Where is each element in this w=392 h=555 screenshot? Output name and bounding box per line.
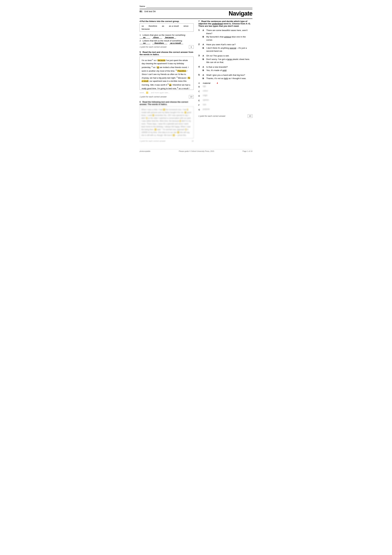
qa-4a-text: Is that a new bracelet? xyxy=(206,66,228,69)
qa-2b-letter: B xyxy=(202,46,205,53)
section-6-passage: When I was a child, I had 10 the homewor… xyxy=(140,106,194,139)
qa-4a-letter: A xyxy=(202,66,205,69)
section-7-points-label: 1 point for each correct answer xyxy=(198,115,226,117)
q7-item-4: 4 A Is that a new bracelet? B Yes, it's … xyxy=(198,66,252,72)
footer: photocopiable Please guide © Oxford Univ… xyxy=(140,149,252,152)
q7-5-num: 5 xyxy=(198,73,201,76)
right-column: 7 Read the sentences and decide which ty… xyxy=(198,20,252,144)
qa-4b-letter: B xyxy=(202,69,205,72)
section-5: 5 Read the text and choose the correct a… xyxy=(140,51,194,99)
q7-item-3: 3 A Oh no! The grass is wet. B Don't wor… xyxy=(198,54,252,64)
q2-answer-so: ___so____ xyxy=(140,42,150,44)
adj-B-label: age xyxy=(203,85,215,88)
qa-pair-5: A Shall I give you a hand with that big … xyxy=(202,73,246,80)
header-left: B1 Unit test 5A xyxy=(140,10,156,13)
section-7-num: 7 xyxy=(198,20,201,22)
q2-answer-as-a-result: _as a result__ xyxy=(169,42,183,44)
passage-continuation: week... 10 ... and more again later... xyxy=(140,91,194,94)
q1-answer-as: ___as____ xyxy=(140,36,150,39)
section-7-points: 1 point for each correct answer 10 xyxy=(198,114,252,118)
q2-answer-therefore: __therefore___ xyxy=(152,42,167,44)
linker-therefore: therefore xyxy=(149,25,157,27)
brand-logo: Navigate xyxy=(229,10,252,17)
qa-3b-letter: B xyxy=(202,58,205,64)
qa-3b-text: Don't worry. I've got a large plastic sh… xyxy=(206,58,252,64)
qa-pair-3: A Oh no! The grass is wet. B Don't worry… xyxy=(202,54,252,64)
qa-3a-letter: A xyxy=(202,54,205,58)
qa-row-3a: A Oh no! The grass is wet. xyxy=(202,54,252,58)
qa-2a-text: Have you seen Karl's new car? xyxy=(206,43,252,46)
name-row: Name xyxy=(140,5,252,7)
adj-F-label: size xyxy=(203,103,215,106)
linker-as-a-result: as a result xyxy=(169,25,179,27)
section-6-title: 6 Read the following text and choose the… xyxy=(140,101,194,105)
section-6: 6 Read the following text and choose the… xyxy=(140,101,194,142)
qa-3a-text: Oh no! The grass is wet. xyxy=(206,54,252,58)
section-5-points: 1 point for each correct answer 10 xyxy=(140,95,194,99)
qa-row-2a: A Have you seen Karl's new car? xyxy=(202,43,252,46)
q7-2-num: 2 xyxy=(198,43,201,45)
qa-row-1a: A There are some beautiful vases here, a… xyxy=(202,29,252,35)
name-underline[interactable] xyxy=(146,5,252,7)
section-4: 4 Put the linkers into the correct group… xyxy=(140,20,194,49)
adj-C-letter: C xyxy=(198,90,201,93)
adj-F-letter: F xyxy=(198,104,201,106)
adj-row-D: D origin xyxy=(198,94,252,98)
section-6-points: 1 point for each correct answer 10 xyxy=(140,140,194,142)
qa-5b-letter: B xyxy=(202,77,205,80)
q2-label: 2 Linkers that tell us the result of som… xyxy=(140,40,194,44)
section-7: 7 Read the sentences and decide which ty… xyxy=(198,20,252,118)
section-5-title: 5 Read the text and choose the correct a… xyxy=(140,51,194,56)
adj-row-F: F size xyxy=(198,103,252,107)
qa-row-5a: A Shall I give you a hand with that big … xyxy=(202,73,246,77)
q1-label: 1 Linkers that give us the reason for so… xyxy=(140,34,194,39)
adj-A-letter: A xyxy=(198,82,201,84)
qa-2b-text: I don't think it's anything special – it… xyxy=(206,46,252,53)
qa-row-4a: A Is that a new bracelet? xyxy=(202,66,228,69)
highlight-so: so xyxy=(157,66,159,68)
adj-row-G: G purpose xyxy=(198,108,252,112)
qa-1a-text: There are some beautiful vases here, are… xyxy=(206,29,252,35)
adj-A-label: material xyxy=(203,82,215,84)
section-7-points-value: 10 xyxy=(248,114,252,118)
highlight-therefore: Therefore xyxy=(177,70,186,72)
linker-as: as xyxy=(162,25,164,27)
adjective-table: A material 4 B age C colour D origin xyxy=(198,82,252,112)
adj-G-letter: G xyxy=(198,109,201,111)
main-content: 4 Put the linkers into the correct group… xyxy=(140,20,252,144)
qa-pair-4: A Is that a new bracelet? B Yes, it's ma… xyxy=(202,66,228,72)
q7-4-num: 4 xyxy=(198,66,201,68)
header: B1 Unit test 5A Navigate xyxy=(140,9,252,17)
qa-pair-2: A Have you seen Karl's new car? B I don'… xyxy=(202,43,252,53)
linker-so: so xyxy=(142,25,144,27)
q1-answer-since: _since___ xyxy=(152,36,162,39)
qa-1a-letter: A xyxy=(202,29,205,35)
qa-pair-1: A There are some beautiful vases here, a… xyxy=(202,29,252,41)
adj-D-label: origin xyxy=(203,94,215,97)
qa-5b-text: Thanks, it's not as light as I thought i… xyxy=(206,77,246,80)
qa-row-3b: B Don't worry. I've got a large plastic … xyxy=(202,58,252,64)
adj-row-E: E opinion xyxy=(198,99,252,103)
qa-row-2b: B I don't think it's anything special – … xyxy=(202,46,252,53)
qa-1b-text: My favourite's that antique blue one in … xyxy=(206,35,252,41)
qa-2a-letter: A xyxy=(202,43,205,46)
highlight-as: as xyxy=(169,84,171,86)
linkers-box: so therefore as as a result since becaus… xyxy=(140,23,194,32)
name-label: Name xyxy=(140,5,145,7)
adj-E-label: opinion xyxy=(203,99,215,101)
left-column: 4 Put the linkers into the correct group… xyxy=(140,20,194,144)
qa-4b-text: Yes, it's made of gold. xyxy=(206,69,228,72)
footer-right: Page 1 of 10 xyxy=(243,150,252,152)
section-4-points: 1 point for each correct answer 6 xyxy=(140,45,194,49)
qa-row-4b: B Yes, it's made of gold. xyxy=(202,69,228,72)
linker-because: because xyxy=(142,28,150,30)
adj-row-C: C colour xyxy=(198,89,252,94)
linker-since: since xyxy=(184,25,189,27)
adj-A-answer: 4 xyxy=(217,82,220,84)
adj-E-letter: E xyxy=(198,99,201,102)
adj-row-A: A material 4 xyxy=(198,82,252,84)
unit-title: Unit test 5A xyxy=(144,10,156,13)
qa-5a-letter: A xyxy=(202,73,205,77)
q7-1-num: 1 xyxy=(198,29,201,31)
adj-C-label: colour xyxy=(203,89,215,92)
